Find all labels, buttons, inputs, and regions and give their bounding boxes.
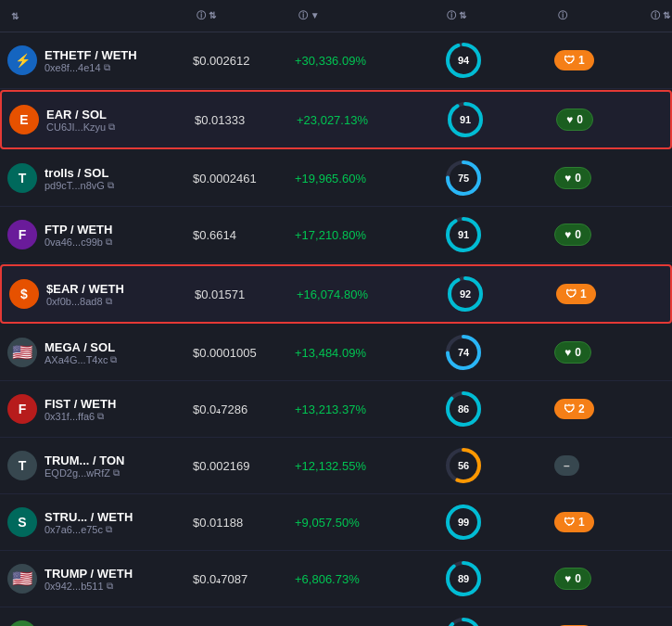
sort-icon-pair: ⇅	[11, 11, 19, 21]
copy-icon[interactable]: ⧉	[106, 296, 112, 307]
audits-cell: ♥ 0	[554, 224, 647, 246]
pair-address: CU6JI...Kzyu ⧉	[46, 121, 115, 133]
audit-icon: ♥	[564, 346, 571, 359]
copy-icon[interactable]: ⧉	[110, 354, 117, 365]
dextscore-gauge: 94	[443, 40, 484, 81]
created-cell: 7 h	[649, 287, 672, 301]
copy-icon[interactable]: ⧉	[113, 467, 120, 479]
dextscore-gauge: 56	[443, 445, 484, 486]
audit-badge: 🛡 1	[554, 50, 594, 70]
change-cell: +17,210.80%	[295, 228, 443, 242]
header-created[interactable]: ⓘ ⇅	[647, 9, 672, 22]
dext-cell: 56	[443, 445, 554, 486]
table-row[interactable]: 🇺🇸 TRUMP / WETH 0x942...b511 ⧉ $0.0₄7087…	[0, 551, 672, 607]
dextscore-gauge: 91	[443, 214, 484, 255]
token-avatar: T	[7, 163, 37, 193]
pair-info: TRUMP / WETH 0x942...b511 ⧉	[44, 567, 133, 592]
pair-cell: 🇺🇸 TRUMP / WETH 0x942...b511 ⧉	[7, 564, 193, 594]
copy-icon[interactable]: ⧉	[97, 411, 104, 422]
price-cell: $0.0002461	[193, 172, 295, 185]
dext-cell: 74	[443, 332, 554, 373]
header-price[interactable]: ⓘ ⇅	[193, 9, 295, 22]
token-avatar: 🇺🇸	[7, 564, 37, 594]
audit-count: 1	[578, 516, 585, 529]
dext-cell: 92	[445, 274, 556, 314]
pair-name: $EAR / WETH	[46, 282, 124, 296]
header-change[interactable]: ⓘ ▼	[295, 9, 443, 22]
price-cell: $0.6614	[193, 228, 295, 242]
change-cell: +6,806.73%	[295, 572, 443, 586]
price-cell: $0.01571	[195, 287, 297, 301]
table-row[interactable]: F FTP / WETH 0va46...c99b ⧉ $0.6614 +17,…	[0, 207, 672, 263]
table-row[interactable]: T trolls / SOL pd9cT...n8vG ⧉ $0.0002461…	[0, 150, 672, 207]
created-cell: 14 h	[647, 172, 672, 185]
pair-info: FIST / WETH 0x31f...ffa6 ⧉	[44, 397, 116, 422]
copy-icon[interactable]: ⧉	[106, 236, 112, 248]
header-pair[interactable]: ⇅	[7, 9, 193, 22]
header-audits[interactable]: ⓘ	[554, 9, 647, 22]
pair-cell: S STRU... / WETH 0x7a6...e75c ⧉	[7, 507, 193, 537]
table-row[interactable]: 🇺🇸 MEGA / SOL AXa4G...T4xc ⧉ $0.0001005 …	[0, 325, 672, 381]
audits-cell: ♥ 0	[554, 568, 647, 590]
audit-badge: ♥ 0	[554, 167, 591, 189]
copy-icon[interactable]: ⧉	[104, 62, 110, 73]
change-cell: +23,027.13%	[297, 113, 445, 127]
pair-cell: T TRUM... / TON EQD2g...wRfZ ⧉	[7, 451, 193, 480]
table-row[interactable]: F FOA / WETH 0xcb9...b2b2 ⧉ $0.0₄5794 +5…	[0, 607, 672, 626]
pair-name: MEGA / SOL	[44, 340, 117, 354]
token-avatar: ⚡	[7, 45, 37, 75]
token-avatar: F	[7, 394, 37, 424]
change-cell: +19,965.60%	[295, 172, 443, 185]
copy-icon[interactable]: ⧉	[108, 121, 115, 133]
pair-info: $EAR / WETH 0xf0b...8ad8 ⧉	[46, 282, 124, 307]
table-row[interactable]: $ $EAR / WETH 0xf0b...8ad8 ⧉ $0.01571 +1…	[0, 264, 672, 324]
change-cell: +13,484.09%	[295, 346, 443, 360]
dextscore-gauge: 91	[445, 99, 486, 140]
audit-icon: 🛡	[564, 402, 575, 415]
dextscore-gauge: 89	[443, 558, 484, 599]
table-row[interactable]: E EAR / SOL CU6JI...Kzyu ⧉ $0.01333 +23,…	[0, 90, 672, 149]
pair-address: 0x942...b511 ⧉	[44, 581, 133, 592]
audit-count: 0	[575, 172, 581, 185]
table-row[interactable]: S STRU... / WETH 0x7a6...e75c ⧉ $0.01188…	[0, 494, 672, 551]
audit-count: 0	[575, 572, 581, 585]
change-cell: +16,074.80%	[297, 287, 445, 301]
header-dextscore[interactable]: ⓘ ⇅	[443, 9, 554, 22]
token-avatar: F	[7, 620, 37, 626]
token-avatar: E	[9, 105, 39, 134]
pair-cell: E EAR / SOL CU6JI...Kzyu ⧉	[9, 105, 195, 134]
sort-icon-created: ⓘ ⇅	[651, 9, 670, 22]
table-row[interactable]: F FIST / WETH 0x31f...ffa6 ⧉ $0.0₄7286 +…	[0, 381, 672, 438]
price-cell: $0.0001005	[193, 346, 295, 360]
pair-name: TRUM... / TON	[44, 454, 124, 467]
audit-icon: ♥	[564, 572, 571, 585]
dext-cell: 87	[443, 615, 554, 626]
pair-name: FIST / WETH	[44, 397, 116, 411]
audit-count: 0	[575, 228, 581, 241]
audit-count: 1	[578, 54, 585, 67]
table-row[interactable]: ⚡ ETHETF / WETH 0xe8f...4e14 ⧉ $0.002612…	[0, 32, 672, 89]
pair-info: FOA / WETH 0xcb9...b2b2 ⧉	[44, 623, 115, 627]
pair-cell: F FIST / WETH 0x31f...ffa6 ⧉	[7, 394, 193, 424]
svg-point-21	[448, 620, 479, 626]
audits-cell: 🛡 1	[554, 50, 647, 70]
dext-cell: 91	[443, 214, 554, 255]
pair-address: 0x31f...ffa6 ⧉	[44, 411, 116, 422]
pair-address: AXa4G...T4xc ⧉	[44, 354, 117, 365]
created-cell: 3 h	[647, 459, 672, 473]
price-cell: $0.0₄7087	[193, 572, 295, 586]
copy-icon[interactable]: ⧉	[107, 581, 113, 592]
change-cell: +30,336.09%	[295, 54, 443, 68]
pair-cell: 🇺🇸 MEGA / SOL AXa4G...T4xc ⧉	[7, 338, 193, 367]
table-row[interactable]: T TRUM... / TON EQD2g...wRfZ ⧉ $0.002169…	[0, 438, 672, 494]
pair-cell: $ $EAR / WETH 0xf0b...8ad8 ⧉	[9, 279, 195, 309]
pair-cell: F FTP / WETH 0va46...c99b ⧉	[7, 220, 193, 249]
copy-icon[interactable]: ⧉	[108, 180, 114, 191]
dextscore-gauge: 99	[443, 502, 484, 543]
sort-icon-change: ⓘ ▼	[298, 9, 320, 22]
audit-count: 0	[577, 113, 583, 126]
copy-icon[interactable]: ⧉	[106, 524, 112, 535]
table-header: ⇅ ⓘ ⇅ ⓘ ▼ ⓘ ⇅ ⓘ ⓘ ⇅	[0, 0, 672, 32]
audit-badge: 🛡 1	[556, 284, 596, 304]
price-cell: $0.002612	[193, 54, 295, 68]
